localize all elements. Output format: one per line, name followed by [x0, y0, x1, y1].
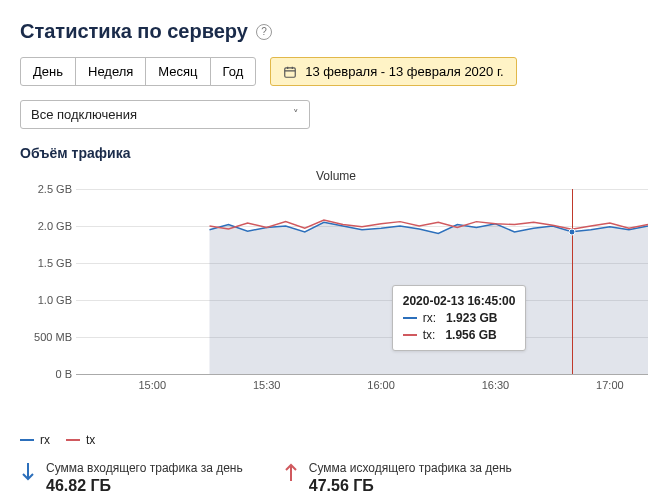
tooltip-tx-label: tx:	[423, 328, 436, 342]
date-range-button[interactable]: 13 февраля - 13 февраля 2020 г.	[270, 57, 516, 86]
y-tick-label: 1.0 GB	[38, 294, 72, 306]
chart-legend: rx tx	[20, 433, 652, 447]
tooltip-rx-label: rx:	[423, 311, 436, 325]
tooltip-tx-value: 1.956 GB	[445, 328, 496, 342]
chart-plot-area[interactable]: 0 B500 MB1.0 GB1.5 GB2.0 GB2.5 GB15:0015…	[20, 189, 652, 374]
calendar-icon	[283, 65, 297, 79]
tab-month[interactable]: Месяц	[145, 57, 210, 86]
traffic-section-title: Объём трафика	[20, 145, 652, 161]
y-tick-label: 0 B	[55, 368, 72, 380]
x-tick-label: 15:30	[253, 379, 281, 391]
chart-tooltip: 2020-02-13 16:45:00rx:1.923 GBtx:1.956 G…	[392, 285, 527, 351]
legend-rx[interactable]: rx	[20, 433, 50, 447]
y-tick-label: 2.5 GB	[38, 183, 72, 195]
page-title: Статистика по серверу	[20, 20, 248, 43]
legend-tx[interactable]: tx	[66, 433, 95, 447]
legend-swatch-rx	[20, 439, 34, 441]
arrow-up-icon	[283, 461, 299, 483]
y-tick-label: 2.0 GB	[38, 220, 72, 232]
x-tick-label: 17:00	[596, 379, 624, 391]
tab-week[interactable]: Неделя	[75, 57, 146, 86]
y-tick-label: 1.5 GB	[38, 257, 72, 269]
tab-year[interactable]: Год	[210, 57, 257, 86]
chart-cursor-point	[568, 228, 575, 235]
connection-select[interactable]: Все подключения ˅	[20, 100, 310, 129]
x-tick-label: 16:30	[482, 379, 510, 391]
arrow-down-icon	[20, 461, 36, 483]
x-tick-label: 16:00	[367, 379, 395, 391]
period-tabs: День Неделя Месяц Год	[20, 57, 256, 86]
tooltip-swatch-rx	[403, 317, 417, 319]
legend-swatch-tx	[66, 439, 80, 441]
incoming-label: Сумма входящего трафика за день	[46, 461, 243, 475]
tooltip-timestamp: 2020-02-13 16:45:00	[403, 294, 516, 308]
legend-label-tx: tx	[86, 433, 95, 447]
tab-day[interactable]: День	[20, 57, 76, 86]
tooltip-swatch-tx	[403, 334, 417, 336]
tooltip-rx-value: 1.923 GB	[446, 311, 497, 325]
outgoing-value: 47.56 ГБ	[309, 477, 512, 495]
help-icon[interactable]: ?	[256, 24, 272, 40]
legend-label-rx: rx	[40, 433, 50, 447]
x-tick-label: 15:00	[139, 379, 167, 391]
incoming-value: 46.82 ГБ	[46, 477, 243, 495]
chart-svg	[76, 189, 648, 374]
connection-select-value: Все подключения	[31, 107, 137, 122]
svg-rect-0	[285, 67, 296, 76]
outgoing-summary: Сумма исходящего трафика за день 47.56 Г…	[283, 461, 512, 495]
y-tick-label: 500 MB	[34, 331, 72, 343]
incoming-summary: Сумма входящего трафика за день 46.82 ГБ	[20, 461, 243, 495]
date-range-label: 13 февраля - 13 февраля 2020 г.	[305, 64, 503, 79]
chevron-down-icon: ˅	[293, 108, 299, 121]
outgoing-label: Сумма исходящего трафика за день	[309, 461, 512, 475]
chart-title: Volume	[20, 169, 652, 183]
x-axis	[76, 374, 648, 375]
chart-cursor	[572, 189, 573, 374]
volume-chart: Volume 0 B500 MB1.0 GB1.5 GB2.0 GB2.5 GB…	[20, 169, 652, 409]
